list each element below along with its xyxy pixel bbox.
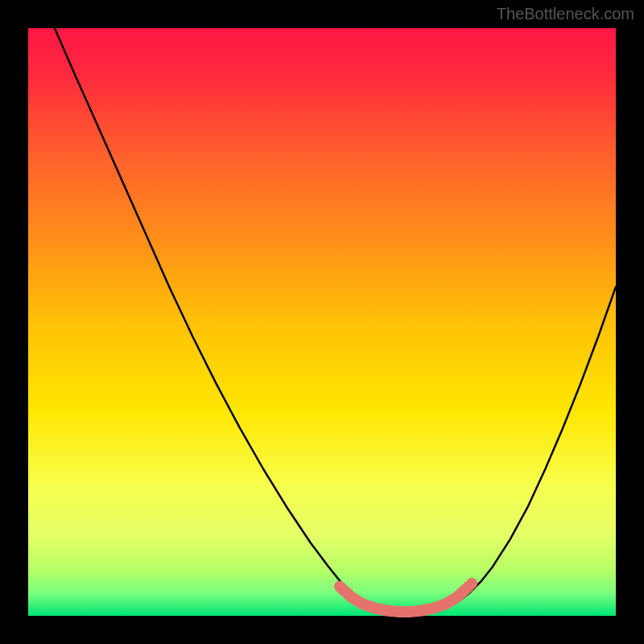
watermark-label: TheBottleneck.com [497, 5, 634, 23]
bottleneck-curve-chart: TheBottleneck.com [0, 0, 644, 644]
plot-background [28, 28, 616, 616]
chart-svg [0, 0, 644, 644]
point-highlight_end_dot [466, 578, 477, 589]
